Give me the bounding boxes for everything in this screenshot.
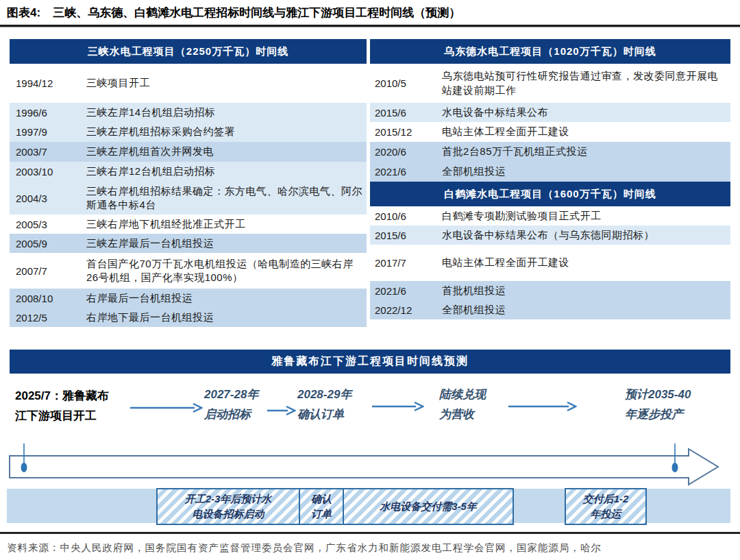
row-desc: 三峡左岸机组首次并网发电: [86, 145, 367, 158]
milestone-orders: 2028-29年 确认订单: [297, 385, 352, 424]
milestone-line: 预计2035-40: [625, 385, 691, 404]
phase-box-operation: 交付后1-2 年投运: [565, 488, 647, 525]
arrow-right-icon: [130, 402, 203, 413]
table-row: 2010/6 白鹤滩专项勘测试验项目正式开工: [370, 206, 730, 226]
row-desc: 全部机组投运: [442, 165, 730, 178]
milestone-line: 启动招标: [204, 404, 258, 424]
forecast-banner: 雅鲁藏布江下游工程项目时间线预测: [10, 350, 730, 374]
row-date: 1994/12: [10, 77, 86, 89]
milestone-line: 陆续兑现: [439, 385, 486, 404]
row-desc: 三峡左岸机组招标采购合约签署: [86, 125, 367, 138]
milestone-line: 江下游项目开工: [15, 406, 109, 426]
table-row: 2017/7 电站主体工程全面开工建设: [370, 245, 730, 281]
row-date: 2008/10: [10, 293, 86, 304]
row-desc: 右岸地下最后一台机组投运: [86, 311, 367, 324]
table-row: 2015/12 电站主体工程全面开工建设: [370, 122, 730, 142]
timeline-tables: 三峡水电工程项目（2250万千瓦）时间线 1994/12 三峡项目开工 1996…: [10, 39, 730, 327]
table-row: 1994/12 三峡项目开工: [10, 64, 367, 103]
row-date: 2010/6: [370, 210, 442, 222]
milestone-line: 2027-28年: [204, 385, 258, 404]
table-row: 2012/5 右岸地下最后一台机组投运: [10, 308, 367, 327]
sanxia-table: 三峡水电工程项目（2250万千瓦）时间线 1994/12 三峡项目开工 1996…: [10, 39, 367, 327]
row-date: 2012/5: [10, 312, 86, 324]
row-desc: 三峡右岸地下机组经批准正式开工: [86, 217, 367, 231]
row-desc: 首批2台85万千瓦机组正式投运: [442, 145, 730, 158]
timeline-arrow-body: [10, 449, 718, 485]
table-row: 2022/12 全部机组投运: [370, 300, 730, 319]
data-source: 资料来源：中央人民政府网，国务院国有资产监督管理委员会官网，广东省水力和新能源发…: [7, 541, 737, 555]
table-row: 2015/6 水电设备中标结果公布: [370, 103, 730, 122]
title-divider: [0, 25, 740, 27]
row-date: 2005/9: [10, 238, 86, 249]
row-date: 2003/10: [10, 166, 86, 178]
phase-box-line: 订单: [311, 507, 332, 522]
row-date: 2005/3: [10, 219, 86, 230]
table-row: 2015/6 水电设备中标结果公布（与乌东德同期招标）: [370, 226, 730, 245]
table-row: 2004/3 三峡右岸机组招标结果确定：东方电气、哈尔滨电气、阿尔斯通各中标4台: [10, 182, 367, 215]
row-desc: 首批机组投运: [442, 284, 730, 297]
milestone-bidding: 2027-28年 启动招标: [204, 385, 258, 424]
row-date: 2007/7: [10, 265, 86, 277]
table-row: 1997/9 三峡左岸机组招标采购合约签署: [10, 122, 367, 142]
phase-box-bidding: 开工2-3年后预计水 电设备招标启动: [156, 488, 300, 525]
row-desc: 全部机组投运: [442, 303, 730, 317]
row-desc: 白鹤滩专项勘测试验项目正式开工: [442, 209, 730, 223]
table-row: 2008/10 右岸最后一台机组投运: [10, 289, 367, 308]
table-row: 2005/3 三峡右岸地下机组经批准正式开工: [10, 215, 367, 234]
table-row: 2021/6 首批机组投运: [370, 281, 730, 300]
row-desc: 乌东德电站预可行性研究报告通过审查，发改委同意开展电站建设前期工作: [442, 69, 730, 97]
row-date: 1997/9: [10, 126, 86, 138]
row-date: 2015/6: [370, 230, 442, 241]
row-desc: 电站主体工程全面开工建设: [442, 125, 730, 138]
phase-box-line: 年投运: [591, 507, 621, 522]
row-desc: 三峡项目开工: [86, 76, 367, 90]
row-date: 2015/12: [370, 126, 442, 138]
milestone-line: 2028-29年: [297, 385, 352, 404]
row-date: 2022/12: [370, 304, 442, 316]
table-row: 2010/5 乌东德电站预可行性研究报告通过审查，发改委同意开展电站建设前期工作: [370, 64, 730, 103]
baihetan-table-header: 白鹤滩水电工程项目（1600万千瓦）时间线: [370, 182, 730, 206]
row-desc: 三峡右岸机组招标结果确定：东方电气、哈尔滨电气、阿尔斯通各中标4台: [86, 184, 367, 212]
arrow-right-icon: [267, 405, 296, 416]
row-desc: 水电设备中标结果公布: [442, 106, 730, 119]
wudongde-table-header: 乌东德水电工程项目（1020万千瓦）时间线: [370, 39, 730, 64]
arrow-right-icon: [372, 401, 424, 412]
timeline-dot-end: [672, 463, 678, 472]
row-date: 2020/6: [370, 146, 442, 158]
table-row: 2003/10 三峡右岸12台机组启动招标: [10, 162, 367, 182]
milestone-production: 预计2035-40 年逐步投产: [625, 385, 691, 424]
row-desc: 三峡左岸最后一台机组投运: [86, 236, 367, 250]
phase-box-line: 水电设备交付需3-5年: [380, 499, 477, 514]
table-row: 2005/9 三峡左岸最后一台机组投运: [10, 234, 367, 253]
row-desc: 电站主体工程全面开工建设: [442, 256, 730, 269]
sanxia-table-header: 三峡水电工程项目（2250万千瓦）时间线: [10, 39, 367, 64]
wudongde-baihetan-table: 乌东德水电工程项目（1020万千瓦）时间线 2010/5 乌东德电站预可行性研究…: [370, 39, 730, 327]
table-row: 2021/6 全部机组投运: [370, 162, 730, 182]
row-desc: 三峡右岸12台机组启动招标: [86, 165, 367, 178]
table-row: 1996/6 三峡左岸14台机组启动招标: [10, 103, 367, 122]
timeline-arrow: [0, 442, 740, 490]
phase-box-line: 开工2-3年后预计水: [185, 491, 272, 507]
phase-box-line: 确认: [311, 491, 332, 507]
milestone-start: 2025/7：雅鲁藏布 江下游项目开工: [15, 386, 109, 426]
row-date: 2004/3: [10, 193, 86, 204]
phase-box-line: 电设备招标启动: [193, 507, 264, 522]
milestone-revenue: 陆续兑现 为营收: [439, 385, 486, 424]
milestone-line: 为营收: [439, 404, 486, 424]
figure-title-text: 三峡、乌东德、白鹤滩水电工程招标时间线与雅江下游项目工程时间线（预测）: [53, 6, 460, 19]
phase-box-line: 交付后1-2: [583, 491, 629, 507]
row-desc: 三峡左岸14台机组启动招标: [86, 106, 367, 119]
row-desc: 水电设备中标结果公布（与乌东德同期招标）: [442, 228, 730, 242]
phase-box-orders: 确认 订单: [299, 488, 344, 525]
table-row: 2020/6 首批2台85万千瓦机组正式投运: [370, 142, 730, 162]
row-date: 2021/6: [370, 285, 442, 297]
table-row: 2007/7 首台国产化70万千瓦水电机组投运（哈电制造的三峡右岸26号机组，国…: [10, 253, 367, 289]
figure-title: 图表4:三峡、乌东德、白鹤滩水电工程招标时间线与雅江下游项目工程时间线（预测）: [7, 5, 460, 21]
figure-label: 图表4:: [7, 6, 40, 19]
row-desc: 首台国产化70万千瓦水电机组投运（哈电制造的三峡右岸26号机组，国产化率实现10…: [86, 257, 367, 285]
phase-box-delivery: 水电设备交付需3-5年: [343, 488, 514, 525]
forecast-milestones: 2025/7：雅鲁藏布 江下游项目开工 2027-28年 启动招标 2028-2…: [0, 380, 740, 446]
milestone-line: 2025/7：雅鲁藏布: [15, 386, 109, 406]
phase-band: 开工2-3年后预计水 电设备招标启动 确认 订单 水电设备交付需3-5年 交付后…: [7, 489, 730, 523]
row-date: 2017/7: [370, 257, 442, 269]
